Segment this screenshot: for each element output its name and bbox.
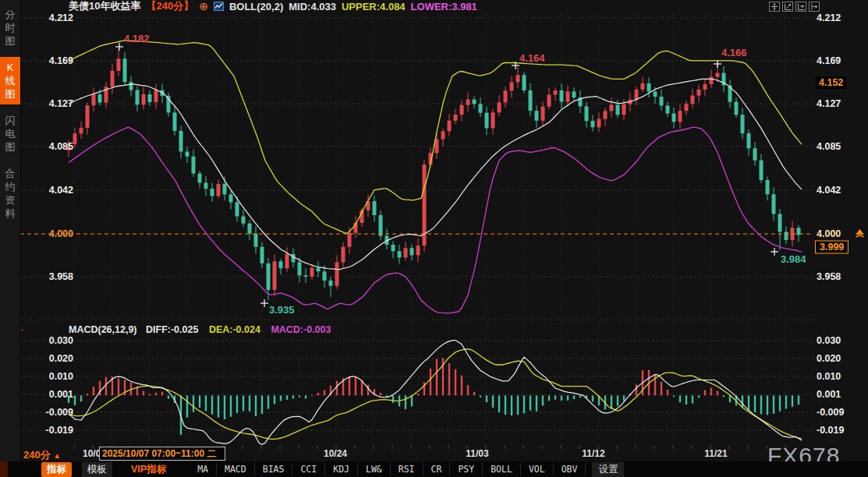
y-axis-label: 4.169 [817, 55, 841, 66]
y-axis-label: 4.000 [817, 228, 841, 239]
toolbar-item-BOLL[interactable]: BOLL [483, 463, 521, 475]
y-axis-label: 4.212 [31, 12, 73, 23]
crosshair-date-tooltip: 2025/10/07 07:00~11:00 二 [99, 447, 225, 461]
toolbar-item-PSY[interactable]: PSY [450, 463, 483, 475]
toolbar-item-VIP指标[interactable]: VIP指标 [128, 462, 169, 477]
scale-y-axis-icon[interactable] [782, 2, 793, 12]
grid-lines [20, 12, 813, 449]
scroll-to-latest-icon[interactable] [855, 228, 865, 242]
macd-axis-label: -0.019 [31, 425, 73, 436]
toolbar-item-MACD[interactable]: MACD [217, 463, 255, 475]
y-axis-label: 4.169 [31, 55, 73, 66]
mini-chart-icon[interactable] [214, 2, 224, 11]
macd-axis-label: -0.019 [817, 425, 844, 436]
chart-canvas [0, 0, 868, 477]
toolbar-item-设置[interactable]: 设置 [592, 462, 624, 477]
toolbar-item-MA[interactable]: MA [190, 463, 217, 475]
macd-macd-value: MACD:-0.003 [271, 324, 331, 335]
crosshair-price-label: 4.152 [816, 76, 846, 89]
instrument-title: 美债10年收益率 [69, 0, 140, 13]
toolbar-item-VOL[interactable]: VOL [521, 463, 554, 475]
trading-app-window: 分时图K线图闪电图合约资料 美债10年收益率 【240分】 ⊕ BOLL(20,… [0, 0, 868, 477]
macd-axis-label: 0.020 [31, 353, 73, 364]
add-indicator-icon[interactable]: ⊕ [199, 2, 208, 11]
macd-axis-label: 0.030 [817, 335, 841, 346]
macd-axis-label: 0.010 [31, 371, 73, 382]
period-tag[interactable]: 【240分】 [146, 0, 193, 13]
x-axis-date-label: 11/12 [582, 448, 604, 459]
macd-header: MACD(26,12,9) DIFF:-0.025 DEA:-0.024 MAC… [69, 324, 331, 335]
triangle-up-icon: ▲ [53, 451, 61, 460]
sidebar-tab-K线图[interactable]: K线图 [0, 57, 20, 104]
high-price-annotation: 4.182 [124, 33, 150, 44]
macd-pane [68, 341, 802, 445]
y-axis-label: 4.127 [31, 98, 73, 109]
sidebar-tab-分时图[interactable]: 分时图 [0, 4, 20, 51]
candlestick-series [67, 48, 801, 300]
y-axis-label: 3.958 [817, 271, 841, 282]
y-axis-label: 4.042 [31, 185, 73, 196]
x-axis-date-label: 11/03 [466, 448, 488, 459]
toolbar-corner-block [0, 461, 8, 477]
macd-axis-label: -0.009 [31, 407, 73, 418]
toolbar-item-KDJ[interactable]: KDJ [325, 463, 358, 475]
macd-diff-line [69, 341, 802, 445]
high-price-annotation: 4.166 [721, 47, 747, 58]
boll-upper-line [69, 41, 802, 234]
x-axis-bar: 240分 ▲ FX678 2025/10/07 07:00~11:00 二 10… [0, 446, 868, 461]
macd-axis-label: 0.010 [817, 371, 841, 382]
scale-x-axis-icon[interactable] [795, 2, 806, 12]
macd-axis-label: 0.001 [31, 389, 73, 400]
macd-dea-value: DEA:-0.024 [209, 324, 260, 335]
toolbar-item-RSI[interactable]: RSI [391, 463, 423, 475]
macd-diff-value: DIFF:-0.025 [146, 324, 198, 335]
toolbar-item-CCI[interactable]: CCI [292, 463, 325, 475]
chart-toolbox [769, 2, 820, 12]
macd-axis-label: 0.030 [31, 335, 73, 346]
left-sidebar: 分时图K线图闪电图合约资料 [0, 0, 21, 461]
boll-mid-value: MID:4.033 [289, 1, 336, 12]
toolbar-item-LW&[interactable]: LW& [358, 463, 391, 475]
boll-lower-line [69, 127, 802, 313]
toolbar-item-BIAS[interactable]: BIAS [255, 463, 293, 475]
y-axis-label: 4.042 [817, 185, 841, 196]
macd-axis-label: 0.001 [817, 389, 841, 400]
toolbar-item-OBV[interactable]: OBV [554, 463, 586, 475]
x-axis-date-label: 11/21 [704, 448, 727, 459]
high-price-annotation: 4.164 [519, 52, 545, 64]
chart-header: 美债10年收益率 【240分】 ⊕ BOLL(20,2) MID:4.033 U… [69, 1, 477, 12]
x-axis-date-label: 10/24 [324, 448, 347, 459]
macd-title: MACD(26,12,9) [69, 324, 137, 335]
y-axis-label: 3.958 [31, 271, 73, 282]
y-axis-label: 4.212 [817, 12, 841, 23]
pan-right-icon[interactable] [809, 2, 820, 12]
toolbar-item-CR[interactable]: CR [423, 463, 451, 475]
boll-lower-value: LOWER:3.981 [411, 1, 477, 12]
pan-move-icon[interactable] [769, 2, 780, 12]
toolbar-item-指标[interactable]: 指标 [41, 462, 72, 477]
extreme-markers [115, 43, 778, 307]
y-axis-label: 4.127 [817, 98, 841, 109]
boll-upper-value: UPPER:4.084 [342, 1, 406, 12]
low-price-annotation: 3.935 [269, 304, 295, 316]
y-axis-label: 4.085 [31, 141, 73, 152]
bottom-toolbar: 指标模板VIP指标MAMACDBIASCCIKDJLW&RSICRPSYBOLL… [0, 461, 868, 477]
bollinger-bands [69, 41, 802, 313]
macd-axis-label: -0.009 [817, 407, 844, 418]
macd-axis-label: 0.020 [817, 353, 841, 364]
toolbar-item-模板[interactable]: 模板 [82, 462, 112, 477]
sidebar-tab-合约资料[interactable]: 合约资料 [0, 163, 20, 224]
boll-label: BOLL(20,2) [229, 1, 283, 12]
last-price-label: 3.999 [815, 241, 849, 254]
y-axis-label: 4.000 [31, 228, 73, 239]
sidebar-tab-闪电图[interactable]: 闪电图 [0, 110, 20, 157]
low-price-annotation: 3.984 [781, 253, 806, 265]
period-indicator[interactable]: 240分 ▲ [23, 448, 61, 462]
y-axis-label: 4.085 [817, 141, 841, 152]
boll-mid-line [69, 79, 802, 269]
